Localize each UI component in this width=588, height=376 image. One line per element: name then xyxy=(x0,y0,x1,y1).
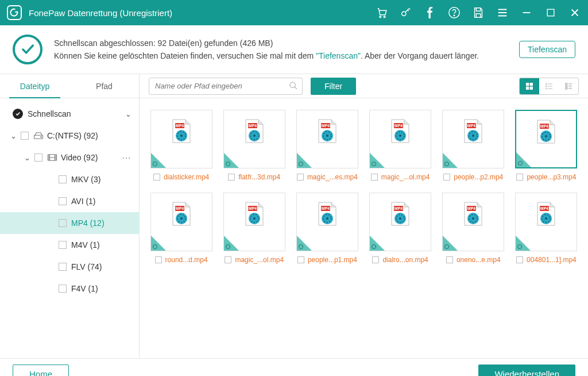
tree-quickscan[interactable]: Schnellscan ⌄ xyxy=(0,103,139,125)
file-name[interactable]: flatfr...3d.mp4 xyxy=(238,173,280,181)
file-name[interactable]: 004801...1].mp4 xyxy=(527,256,577,264)
maximize-icon[interactable] xyxy=(544,6,557,19)
close-icon[interactable] xyxy=(568,6,581,19)
file-checkbox[interactable] xyxy=(446,256,453,263)
tree-drive[interactable]: ⌄ C:(NTFS) (92) xyxy=(0,125,139,147)
deep-scan-link[interactable]: "Tiefenscan" xyxy=(316,51,361,60)
file-name[interactable]: magic_...ol.mp4 xyxy=(235,256,284,264)
file-checkbox[interactable] xyxy=(297,174,304,181)
checkbox[interactable] xyxy=(21,132,29,140)
file-name[interactable]: dialsticker.mp4 xyxy=(164,173,209,181)
file-thumbnail[interactable]: MP4 xyxy=(442,110,504,168)
file-card: MP4 magic_...es.mp4 xyxy=(295,110,359,181)
file-card: MP4 004801...1].mp4 xyxy=(514,193,579,264)
file-checkbox[interactable] xyxy=(372,256,379,263)
svg-point-82 xyxy=(399,217,401,220)
tree-leaf-f4v[interactable]: F4V (1) xyxy=(0,278,139,300)
svg-text:MP4: MP4 xyxy=(175,124,184,128)
tree-leaf-mkv[interactable]: MKV (3) xyxy=(0,168,139,190)
svg-rect-22 xyxy=(568,85,572,86)
file-thumbnail[interactable]: MP4 xyxy=(150,110,212,168)
file-name[interactable]: people...p1.mp4 xyxy=(308,256,357,264)
file-checkbox[interactable] xyxy=(516,174,523,181)
file-thumbnail[interactable]: MP4 xyxy=(515,193,577,251)
checkbox[interactable] xyxy=(59,219,67,227)
file-thumbnail[interactable]: MP4 xyxy=(369,110,431,168)
tree-leaf-m4v[interactable]: M4V (1) xyxy=(0,234,139,256)
view-detail-button[interactable] xyxy=(559,78,578,94)
checkbox[interactable] xyxy=(59,197,67,205)
file-thumbnail[interactable]: MP4 xyxy=(296,193,358,251)
svg-point-58 xyxy=(545,135,547,137)
file-thumbnail[interactable]: MP4 xyxy=(442,193,504,251)
file-checkbox[interactable] xyxy=(155,256,162,263)
svg-text:MP4: MP4 xyxy=(249,206,257,210)
file-name[interactable]: round...d.mp4 xyxy=(165,256,208,264)
key-icon[interactable] xyxy=(400,6,412,19)
chevron-down-icon[interactable]: ⌄ xyxy=(125,110,133,118)
checkbox[interactable] xyxy=(59,263,67,271)
search-input[interactable] xyxy=(149,78,303,95)
svg-point-76 xyxy=(326,217,328,220)
chevron-down-icon[interactable]: ⌄ xyxy=(10,132,18,140)
svg-rect-20 xyxy=(565,83,568,90)
svg-rect-14 xyxy=(546,83,547,85)
file-checkbox[interactable] xyxy=(297,256,304,263)
file-name[interactable]: oneno...e.mp4 xyxy=(457,256,501,264)
file-thumbnail[interactable]: MP4 xyxy=(515,110,577,168)
recover-button[interactable]: Wiederherstellen xyxy=(478,365,575,377)
filter-button[interactable]: Filter xyxy=(311,78,356,95)
file-checkbox[interactable] xyxy=(153,174,160,181)
svg-rect-11 xyxy=(530,83,533,86)
file-card: MP4 magic_...ol.mp4 xyxy=(368,110,432,181)
facebook-icon[interactable] xyxy=(424,6,436,19)
svg-text:MP4: MP4 xyxy=(540,206,549,210)
home-button[interactable]: Home xyxy=(13,365,69,377)
svg-rect-5 xyxy=(547,9,554,16)
file-checkbox[interactable] xyxy=(228,174,235,181)
search-icon[interactable] xyxy=(289,81,298,93)
checkbox[interactable] xyxy=(34,154,42,162)
mp4-file-icon: MP4 xyxy=(315,118,339,146)
tree-leaf-avi[interactable]: AVI (1) xyxy=(0,190,139,212)
help-icon[interactable] xyxy=(448,6,461,19)
file-thumbnail[interactable]: MP4 xyxy=(150,193,212,251)
tree-video[interactable]: ⌄ Video (92) ⋯ xyxy=(0,147,139,168)
file-name[interactable]: magic_...es.mp4 xyxy=(307,173,358,181)
file-checkbox[interactable] xyxy=(516,256,523,263)
file-thumbnail[interactable]: MP4 xyxy=(369,193,431,251)
deep-scan-button[interactable]: Tiefenscan xyxy=(519,41,575,58)
file-name[interactable]: people...p2.mp4 xyxy=(454,173,503,181)
minimize-icon[interactable] xyxy=(520,6,533,19)
file-checkbox[interactable] xyxy=(225,256,231,263)
chevron-down-icon[interactable]: ⌄ xyxy=(24,154,32,162)
file-checkbox[interactable] xyxy=(371,174,378,181)
view-grid-button[interactable] xyxy=(520,78,539,94)
file-name[interactable]: people...p3.mp4 xyxy=(527,173,576,181)
tree-leaf-flv[interactable]: FLV (74) xyxy=(0,256,139,278)
tab-filetype[interactable]: Dateityp xyxy=(0,74,69,98)
file-name[interactable]: magic_...ol.mp4 xyxy=(381,173,430,181)
save-icon[interactable] xyxy=(472,6,485,19)
view-list-button[interactable] xyxy=(539,78,559,94)
file-checkbox[interactable] xyxy=(443,174,450,181)
more-icon[interactable]: ⋯ xyxy=(122,152,133,163)
checkbox[interactable] xyxy=(59,175,67,183)
file-card: MP4 magic_...ol.mp4 xyxy=(222,193,287,264)
svg-text:MP4: MP4 xyxy=(322,124,330,128)
file-name[interactable]: dialro...on.mp4 xyxy=(382,256,428,264)
cart-icon[interactable] xyxy=(376,6,388,19)
checkbox[interactable] xyxy=(59,241,67,249)
tab-path[interactable]: Pfad xyxy=(69,74,139,98)
file-thumbnail[interactable]: MP4 xyxy=(223,193,285,251)
checkbox[interactable] xyxy=(59,285,67,293)
status-line1: Schnellscan abgeschlossen: 92 Datei(en) … xyxy=(54,39,479,48)
file-thumbnail[interactable]: MP4 xyxy=(296,110,358,168)
svg-point-70 xyxy=(253,217,256,220)
tree-leaf-mp4[interactable]: MP4 (12) xyxy=(0,212,139,234)
svg-rect-21 xyxy=(568,83,572,84)
file-thumbnail[interactable]: MP4 xyxy=(223,110,285,168)
menu-icon[interactable] xyxy=(496,6,509,19)
toolbar: Filter xyxy=(140,74,588,98)
mp4-file-icon: MP4 xyxy=(461,118,485,146)
